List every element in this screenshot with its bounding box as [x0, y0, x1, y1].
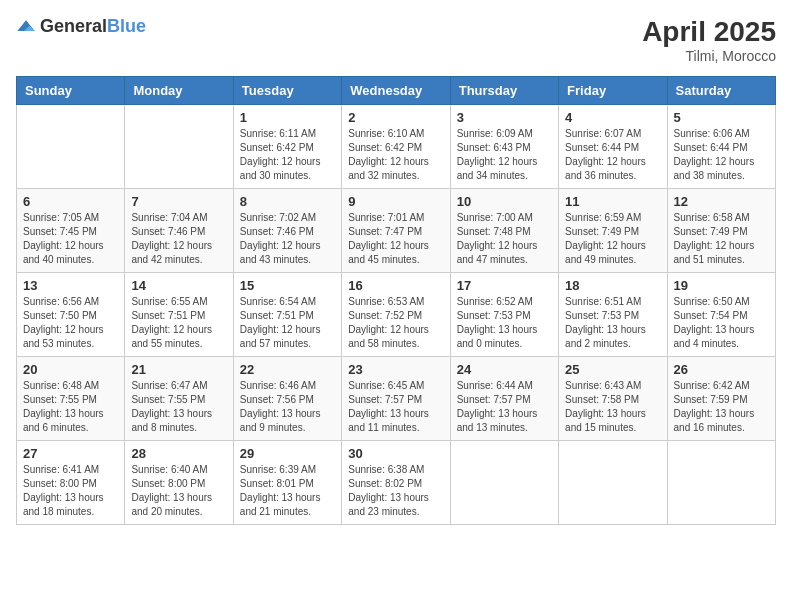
- day-info: Sunrise: 6:10 AM Sunset: 6:42 PM Dayligh…: [348, 127, 443, 183]
- calendar-day-cell: 24Sunrise: 6:44 AM Sunset: 7:57 PM Dayli…: [450, 357, 558, 441]
- day-of-week-header: Saturday: [667, 77, 775, 105]
- day-of-week-header: Tuesday: [233, 77, 341, 105]
- calendar-day-cell: [667, 441, 775, 525]
- page-header: GeneralBlue April 2025 Tilmi, Morocco: [16, 16, 776, 64]
- calendar-day-cell: 25Sunrise: 6:43 AM Sunset: 7:58 PM Dayli…: [559, 357, 667, 441]
- day-number: 30: [348, 446, 443, 461]
- calendar-day-cell: 28Sunrise: 6:40 AM Sunset: 8:00 PM Dayli…: [125, 441, 233, 525]
- calendar-table: SundayMondayTuesdayWednesdayThursdayFrid…: [16, 76, 776, 525]
- calendar-day-cell: 17Sunrise: 6:52 AM Sunset: 7:53 PM Dayli…: [450, 273, 558, 357]
- day-number: 3: [457, 110, 552, 125]
- day-info: Sunrise: 7:04 AM Sunset: 7:46 PM Dayligh…: [131, 211, 226, 267]
- day-info: Sunrise: 7:05 AM Sunset: 7:45 PM Dayligh…: [23, 211, 118, 267]
- day-number: 10: [457, 194, 552, 209]
- month-title: April 2025: [642, 16, 776, 48]
- day-number: 24: [457, 362, 552, 377]
- day-number: 15: [240, 278, 335, 293]
- calendar-day-cell: 5Sunrise: 6:06 AM Sunset: 6:44 PM Daylig…: [667, 105, 775, 189]
- calendar-day-cell: 30Sunrise: 6:38 AM Sunset: 8:02 PM Dayli…: [342, 441, 450, 525]
- day-info: Sunrise: 6:42 AM Sunset: 7:59 PM Dayligh…: [674, 379, 769, 435]
- day-number: 6: [23, 194, 118, 209]
- calendar-day-cell: 22Sunrise: 6:46 AM Sunset: 7:56 PM Dayli…: [233, 357, 341, 441]
- calendar-day-cell: 6Sunrise: 7:05 AM Sunset: 7:45 PM Daylig…: [17, 189, 125, 273]
- day-number: 12: [674, 194, 769, 209]
- day-info: Sunrise: 6:44 AM Sunset: 7:57 PM Dayligh…: [457, 379, 552, 435]
- day-number: 1: [240, 110, 335, 125]
- day-info: Sunrise: 7:02 AM Sunset: 7:46 PM Dayligh…: [240, 211, 335, 267]
- day-of-week-header: Friday: [559, 77, 667, 105]
- day-info: Sunrise: 6:46 AM Sunset: 7:56 PM Dayligh…: [240, 379, 335, 435]
- day-info: Sunrise: 6:55 AM Sunset: 7:51 PM Dayligh…: [131, 295, 226, 351]
- calendar-week-row: 6Sunrise: 7:05 AM Sunset: 7:45 PM Daylig…: [17, 189, 776, 273]
- calendar-week-row: 13Sunrise: 6:56 AM Sunset: 7:50 PM Dayli…: [17, 273, 776, 357]
- day-info: Sunrise: 6:52 AM Sunset: 7:53 PM Dayligh…: [457, 295, 552, 351]
- calendar-header-row: SundayMondayTuesdayWednesdayThursdayFrid…: [17, 77, 776, 105]
- calendar-day-cell: 15Sunrise: 6:54 AM Sunset: 7:51 PM Dayli…: [233, 273, 341, 357]
- day-number: 17: [457, 278, 552, 293]
- calendar-week-row: 27Sunrise: 6:41 AM Sunset: 8:00 PM Dayli…: [17, 441, 776, 525]
- day-info: Sunrise: 6:39 AM Sunset: 8:01 PM Dayligh…: [240, 463, 335, 519]
- day-number: 9: [348, 194, 443, 209]
- day-info: Sunrise: 7:00 AM Sunset: 7:48 PM Dayligh…: [457, 211, 552, 267]
- calendar-day-cell: [450, 441, 558, 525]
- day-info: Sunrise: 6:51 AM Sunset: 7:53 PM Dayligh…: [565, 295, 660, 351]
- calendar-day-cell: 23Sunrise: 6:45 AM Sunset: 7:57 PM Dayli…: [342, 357, 450, 441]
- day-of-week-header: Wednesday: [342, 77, 450, 105]
- day-info: Sunrise: 6:41 AM Sunset: 8:00 PM Dayligh…: [23, 463, 118, 519]
- day-info: Sunrise: 6:40 AM Sunset: 8:00 PM Dayligh…: [131, 463, 226, 519]
- day-number: 16: [348, 278, 443, 293]
- day-number: 19: [674, 278, 769, 293]
- day-number: 26: [674, 362, 769, 377]
- calendar-day-cell: 21Sunrise: 6:47 AM Sunset: 7:55 PM Dayli…: [125, 357, 233, 441]
- day-info: Sunrise: 6:45 AM Sunset: 7:57 PM Dayligh…: [348, 379, 443, 435]
- day-info: Sunrise: 6:06 AM Sunset: 6:44 PM Dayligh…: [674, 127, 769, 183]
- day-info: Sunrise: 6:07 AM Sunset: 6:44 PM Dayligh…: [565, 127, 660, 183]
- location: Tilmi, Morocco: [642, 48, 776, 64]
- calendar-week-row: 20Sunrise: 6:48 AM Sunset: 7:55 PM Dayli…: [17, 357, 776, 441]
- calendar-day-cell: 8Sunrise: 7:02 AM Sunset: 7:46 PM Daylig…: [233, 189, 341, 273]
- day-number: 22: [240, 362, 335, 377]
- day-info: Sunrise: 6:54 AM Sunset: 7:51 PM Dayligh…: [240, 295, 335, 351]
- calendar-day-cell: 27Sunrise: 6:41 AM Sunset: 8:00 PM Dayli…: [17, 441, 125, 525]
- calendar-day-cell: [559, 441, 667, 525]
- logo-icon: [16, 17, 36, 37]
- calendar-day-cell: 13Sunrise: 6:56 AM Sunset: 7:50 PM Dayli…: [17, 273, 125, 357]
- day-number: 2: [348, 110, 443, 125]
- day-info: Sunrise: 6:48 AM Sunset: 7:55 PM Dayligh…: [23, 379, 118, 435]
- day-info: Sunrise: 6:50 AM Sunset: 7:54 PM Dayligh…: [674, 295, 769, 351]
- calendar-day-cell: 1Sunrise: 6:11 AM Sunset: 6:42 PM Daylig…: [233, 105, 341, 189]
- day-number: 27: [23, 446, 118, 461]
- day-info: Sunrise: 6:38 AM Sunset: 8:02 PM Dayligh…: [348, 463, 443, 519]
- day-number: 7: [131, 194, 226, 209]
- day-number: 20: [23, 362, 118, 377]
- day-number: 29: [240, 446, 335, 461]
- day-number: 23: [348, 362, 443, 377]
- calendar-day-cell: [17, 105, 125, 189]
- calendar-day-cell: 14Sunrise: 6:55 AM Sunset: 7:51 PM Dayli…: [125, 273, 233, 357]
- day-info: Sunrise: 6:56 AM Sunset: 7:50 PM Dayligh…: [23, 295, 118, 351]
- day-info: Sunrise: 6:09 AM Sunset: 6:43 PM Dayligh…: [457, 127, 552, 183]
- day-info: Sunrise: 6:58 AM Sunset: 7:49 PM Dayligh…: [674, 211, 769, 267]
- day-info: Sunrise: 7:01 AM Sunset: 7:47 PM Dayligh…: [348, 211, 443, 267]
- day-number: 25: [565, 362, 660, 377]
- day-info: Sunrise: 6:43 AM Sunset: 7:58 PM Dayligh…: [565, 379, 660, 435]
- day-info: Sunrise: 6:47 AM Sunset: 7:55 PM Dayligh…: [131, 379, 226, 435]
- day-number: 18: [565, 278, 660, 293]
- calendar-day-cell: 9Sunrise: 7:01 AM Sunset: 7:47 PM Daylig…: [342, 189, 450, 273]
- title-section: April 2025 Tilmi, Morocco: [642, 16, 776, 64]
- day-of-week-header: Monday: [125, 77, 233, 105]
- day-info: Sunrise: 6:59 AM Sunset: 7:49 PM Dayligh…: [565, 211, 660, 267]
- calendar-day-cell: 18Sunrise: 6:51 AM Sunset: 7:53 PM Dayli…: [559, 273, 667, 357]
- day-number: 4: [565, 110, 660, 125]
- calendar-day-cell: 11Sunrise: 6:59 AM Sunset: 7:49 PM Dayli…: [559, 189, 667, 273]
- calendar-day-cell: 4Sunrise: 6:07 AM Sunset: 6:44 PM Daylig…: [559, 105, 667, 189]
- day-info: Sunrise: 6:53 AM Sunset: 7:52 PM Dayligh…: [348, 295, 443, 351]
- calendar-day-cell: 20Sunrise: 6:48 AM Sunset: 7:55 PM Dayli…: [17, 357, 125, 441]
- day-of-week-header: Thursday: [450, 77, 558, 105]
- day-number: 5: [674, 110, 769, 125]
- calendar-week-row: 1Sunrise: 6:11 AM Sunset: 6:42 PM Daylig…: [17, 105, 776, 189]
- day-number: 28: [131, 446, 226, 461]
- logo-general-text: GeneralBlue: [40, 16, 146, 37]
- calendar-day-cell: 7Sunrise: 7:04 AM Sunset: 7:46 PM Daylig…: [125, 189, 233, 273]
- calendar-day-cell: 2Sunrise: 6:10 AM Sunset: 6:42 PM Daylig…: [342, 105, 450, 189]
